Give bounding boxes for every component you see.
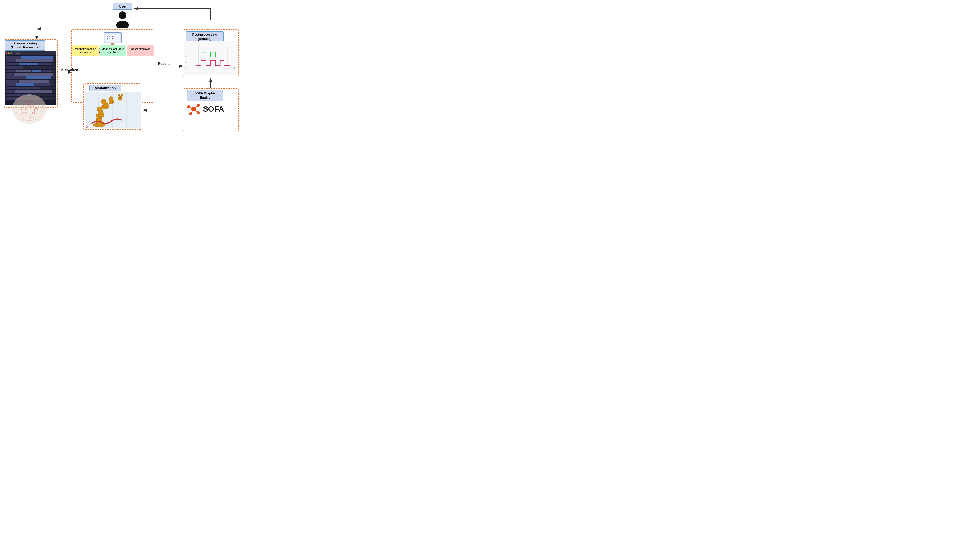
robot-arm-visualization [84, 92, 141, 128]
brain-image [10, 93, 49, 127]
user-label: User [113, 3, 132, 10]
user-icon [115, 10, 130, 29]
svg-text:0.20: 0.20 [185, 56, 188, 57]
svg-point-11 [119, 11, 126, 19]
postproc-title: Post-processing (Results) [186, 31, 224, 42]
graph-area: X Z 0.00 0.10 0.20 0.30 [184, 41, 237, 75]
sim-tile-magnetic-actuation: Magnetic actuation simulator [100, 45, 126, 56]
sim-tiles-container: Magnetic tracking simulator Magnetic act… [72, 45, 154, 56]
svg-point-13 [12, 94, 46, 124]
results-label: Results [158, 62, 170, 66]
viz-title: Visualization [89, 85, 121, 91]
sofa-title: SOFA Graphic Engine [187, 90, 223, 101]
sim-tile-robot: Robot simulator [127, 45, 154, 56]
sofa-logo: SOFA [186, 102, 224, 116]
svg-text:Z: Z [193, 43, 194, 44]
sofa-molecule-icon [186, 102, 201, 116]
svg-text:0.10: 0.10 [185, 62, 188, 63]
preproc-title: Pre-processing (Scene; Parameter) [5, 40, 45, 51]
svg-text:0.00: 0.00 [185, 67, 188, 69]
svg-text:X: X [234, 67, 235, 69]
svg-text:1  0  1: 1 0 1 [107, 35, 113, 38]
initialization-label: Initialization [58, 67, 78, 71]
sofa-text: SOFA [203, 105, 224, 114]
svg-text:0  1  0: 0 1 0 [107, 38, 113, 41]
sim-tile-magnetic-tracking: Magnetic tracking simulator [72, 45, 99, 56]
svg-point-12 [116, 21, 129, 29]
svg-text:0.30: 0.30 [185, 49, 188, 51]
